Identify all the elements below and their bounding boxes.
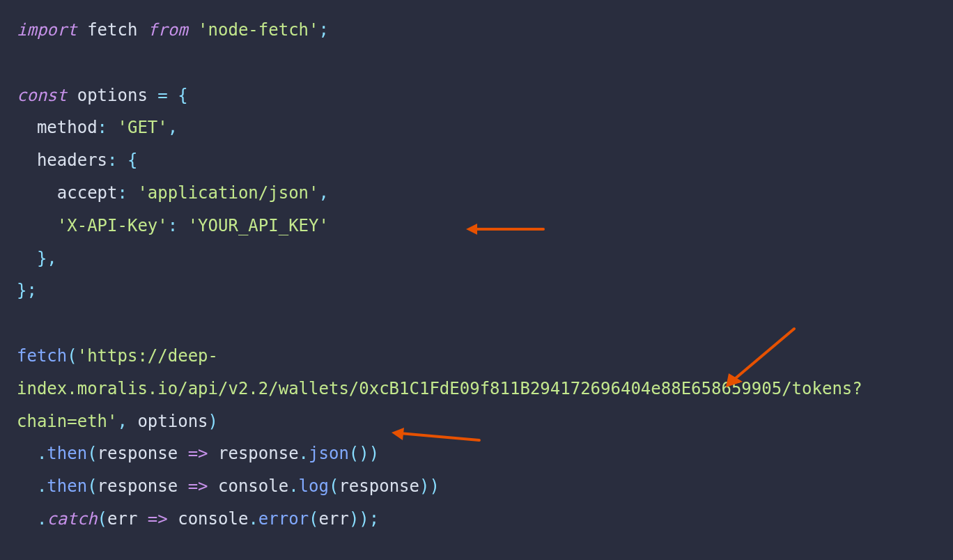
api-key-prop: 'X-API-Key' (57, 216, 168, 235)
paren-close: ) (349, 509, 359, 529)
paren-close: ) (429, 476, 439, 496)
colon: : (118, 183, 138, 203)
err-param: err (107, 509, 137, 529)
indent (17, 476, 37, 496)
then-method: then (47, 476, 87, 496)
dot: . (37, 444, 47, 463)
svg-marker-5 (392, 428, 404, 440)
accept-value: 'application/json' (137, 183, 318, 203)
colon: : (107, 150, 127, 170)
accept-prop: accept (57, 183, 118, 203)
response-ref: response (218, 444, 299, 463)
dot: . (288, 476, 298, 496)
paren-open: ( (67, 346, 77, 366)
console-ref: console (178, 509, 248, 529)
paren-open: ( (87, 444, 97, 463)
svg-line-2 (731, 329, 794, 382)
annotation-arrow-api-key (463, 219, 547, 240)
import-keyword: import (17, 20, 77, 40)
paren-open: ( (309, 509, 318, 529)
catch-method: catch (47, 509, 97, 529)
svg-line-4 (400, 433, 479, 440)
annotation-arrow-chain-param (389, 426, 483, 447)
response-arg: response (339, 476, 419, 496)
indent (17, 183, 57, 203)
paren-open: ( (98, 509, 107, 529)
paren-close: ) (369, 444, 379, 463)
api-key-value: 'YOUR_API_KEY' (188, 216, 329, 235)
error-method: error (258, 509, 309, 529)
indent (17, 444, 37, 463)
log-method: log (299, 476, 329, 496)
parens: () (349, 444, 369, 463)
json-method: json (309, 444, 349, 463)
err-arg: err (319, 509, 349, 529)
comma: , (319, 183, 329, 203)
svg-marker-1 (466, 224, 477, 235)
paren-close: ) (359, 509, 369, 529)
indent (17, 150, 37, 170)
const-keyword: const (17, 86, 67, 105)
method-prop: method (37, 118, 98, 137)
response-param: response (98, 444, 178, 463)
import-name: fetch (77, 20, 148, 40)
paren-open: ( (329, 476, 339, 496)
equals: = (157, 86, 167, 105)
arrow-op: => (178, 476, 218, 496)
annotation-arrow-url-end (718, 322, 801, 391)
method-value: 'GET' (118, 118, 168, 137)
fetch-call: fetch (17, 346, 67, 366)
semicolon: ; (369, 509, 379, 529)
indent (17, 118, 37, 137)
brace-close: }; (17, 281, 37, 300)
comma: , (168, 118, 178, 137)
response-param: response (98, 476, 178, 496)
paren-close: ) (419, 476, 429, 496)
headers-prop: headers (37, 150, 107, 170)
paren-close: ) (208, 412, 218, 431)
indent (17, 249, 37, 268)
dot: . (248, 509, 258, 529)
then-method: then (47, 444, 87, 463)
import-source: 'node-fetch' (188, 20, 319, 40)
var-name: options (67, 86, 157, 105)
code-block: import fetch from 'node-fetch'; const op… (17, 14, 936, 536)
paren-open: ( (87, 476, 97, 496)
brace-open: { (168, 86, 188, 105)
from-keyword: from (148, 20, 188, 40)
console-ref: console (218, 476, 288, 496)
brace-close: }, (37, 249, 57, 268)
options-arg: options (137, 412, 208, 431)
brace-open: { (127, 150, 137, 170)
colon: : (168, 216, 188, 235)
indent (17, 216, 57, 235)
dot: . (37, 509, 47, 529)
colon: : (98, 118, 118, 137)
dot: . (37, 476, 47, 496)
semicolon: ; (319, 20, 329, 40)
dot: . (299, 444, 309, 463)
arrow-op: => (137, 509, 178, 529)
arrow-op: => (178, 444, 218, 463)
comma: , (118, 412, 138, 431)
indent (17, 509, 37, 529)
